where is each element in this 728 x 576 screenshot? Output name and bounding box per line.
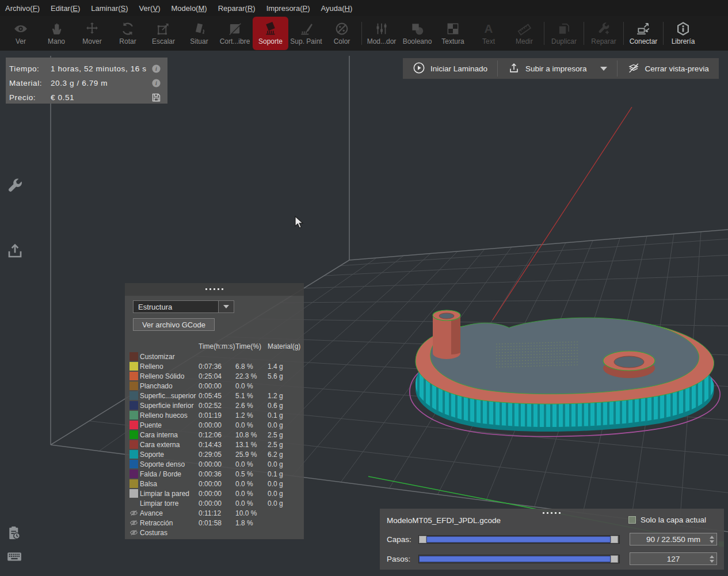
paint-icon [299,21,314,36]
capas-slider-left-handle[interactable] [419,536,426,543]
tool-escalar[interactable]: Escalar [146,16,181,51]
cell-time: 0:05:45 [199,392,235,400]
tool-label: Booleano [403,37,432,45]
table-row[interactable]: Limpiar torre0:00:000.0 %0.0 g [125,498,304,508]
menu-bar: Archivo(F)Editar(E)Laminar(S)Ver(V)Model… [0,0,728,16]
menu-item-reparar-r[interactable]: Reparar(R) [218,4,256,13]
menu-item-laminar-s[interactable]: Laminar(S) [91,4,128,13]
color-swatch [129,440,138,449]
capas-slider[interactable] [418,535,620,544]
spinner-down-icon[interactable] [708,559,715,563]
tool-color[interactable]: Color [324,16,360,51]
spinner-up-icon[interactable] [708,535,715,539]
tool-sup-paint[interactable]: Sup. Paint [288,16,324,51]
drag-handle-icon[interactable] [205,288,207,290]
tool-mano[interactable]: Mano [39,16,74,51]
pasos-slider-handle[interactable] [611,555,618,563]
print-queue-icon[interactable] [6,525,24,543]
tool-soporte[interactable]: Soporte [253,17,288,50]
tiempo-label: Tiempo: [9,64,51,73]
table-row[interactable]: Relleno Sólido0:25:0422.3 %5.6 g [125,371,304,381]
table-row[interactable]: Superfic...superior0:05:455.1 %1.2 g [125,391,304,400]
table-row[interactable]: Soporte denso0:00:000.0 %0.0 g [125,459,304,469]
table-row[interactable]: Avance0:11:1210.0 % [125,508,304,518]
table-row[interactable]: Limpiar la pared0:00:000.0 %0.0 g [125,489,304,498]
start-slicing-button[interactable]: Iniciar Laminado [403,58,497,79]
close-preview-button[interactable]: Cerrar vista-previa [618,58,719,79]
tool-text[interactable]: AText [471,16,506,51]
save-icon[interactable] [151,93,161,102]
row-label: Planchado [140,382,199,390]
tool-label: Mover [82,37,101,45]
capas-spinner[interactable]: 90 / 22.550 mm [630,533,717,546]
table-row[interactable]: Planchado0:00:000.0 % [125,381,304,391]
table-row[interactable]: Retracción0:01:581.8 % [125,518,304,528]
tool-reparar[interactable]: Reparar [586,16,622,51]
eye-off-icon[interactable] [129,528,138,537]
material-label: Material: [9,79,51,87]
upload-icon[interactable] [6,242,24,260]
keyboard-icon[interactable] [6,548,24,566]
pasos-slider-fill [419,556,611,562]
table-row[interactable]: Soporte0:29:0525.9 %6.2 g [125,449,304,459]
info-icon[interactable]: i [151,78,161,88]
capas-slider-right-handle[interactable] [611,536,618,543]
table-row[interactable]: Balsa0:00:000.0 %0.0 g [125,479,304,489]
cell-time: 0:14:43 [199,441,235,449]
tool-rotar[interactable]: Rotar [110,16,146,51]
tool-label: Cort...ibre [220,37,250,45]
tool-librer-a[interactable]: Librería [665,16,701,51]
menu-item-ayuda-h[interactable]: Ayuda(H) [321,4,353,13]
tool-duplicar[interactable]: Duplicar [546,16,582,51]
structure-dropdown[interactable]: Estructura [133,300,234,313]
eye-off-icon[interactable] [129,509,138,517]
cut-icon [227,21,242,36]
table-row[interactable]: Costuras [125,528,304,537]
table-row[interactable]: Relleno0:07:366.8 %1.4 g [125,361,304,371]
spinner-up-icon[interactable] [708,554,715,559]
cell-pct: 1.8 % [235,519,268,527]
menu-item-editar-e[interactable]: Editar(E) [51,4,80,13]
table-row[interactable]: Falda / Borde0:00:360.5 %0.1 g [125,469,304,479]
pasos-slider[interactable] [418,555,620,563]
tool-situar[interactable]: Situar [181,16,217,51]
pasos-spinner[interactable]: 127 [630,552,717,565]
tool-ver[interactable]: Ver [3,16,39,51]
chevron-down-icon[interactable] [600,67,607,71]
dropdown-arrow-button[interactable] [218,301,234,312]
tool-mover[interactable]: Mover [74,16,110,51]
eye-off-icon[interactable] [129,518,138,527]
only-current-layer-group[interactable]: Solo la capa actual [628,516,706,524]
menu-item-archivo-f[interactable]: Archivo(F) [5,4,40,13]
menu-item-modelo-m[interactable]: Modelo(M) [171,4,207,13]
panel-header[interactable] [125,283,304,296]
tool-mod-dor[interactable]: Mod...dor [364,16,399,51]
upload-to-printer-button[interactable]: Subir a impresora [498,58,617,79]
scale-icon [156,21,171,36]
tool-medir[interactable]: Medir [506,16,542,51]
tool-label: Medir [516,37,533,45]
cell-pct: 0.0 % [235,421,268,429]
table-row[interactable]: Cara externa0:14:4313.1 %2.5 g [125,440,304,449]
table-row[interactable]: Puente0:00:000.0 %0.0 g [125,420,304,430]
table-row[interactable]: Superficie inferior0:02:522.6 %0.6 g [125,400,304,410]
table-row[interactable]: Relleno huecos0:01:191.2 %0.1 g [125,410,304,420]
tool-cort-ibre[interactable]: Cort...ibre [217,16,253,51]
view-gcode-button[interactable]: Ver archivo GCode [133,318,215,331]
capas-row: Capas: 90 / 22.550 mm [387,533,717,546]
info-icon[interactable]: i [151,64,161,74]
color-swatch [129,460,138,468]
tool-textura[interactable]: Textura [435,16,471,51]
only-current-layer-checkbox[interactable] [628,516,636,524]
drag-handle-icon[interactable] [543,512,544,514]
spinner-down-icon[interactable] [708,539,715,544]
color-swatch [129,421,138,429]
wrench-icon[interactable] [6,177,24,196]
cell-pct: 10.8 % [235,431,268,439]
table-row[interactable]: Cara interna0:12:0610.8 %2.5 g [125,430,304,440]
tool-conectar[interactable]: Conectar [626,16,661,51]
menu-item-ver-v[interactable]: Ver(V) [139,4,161,13]
tool-booleano[interactable]: Booleano [399,16,435,51]
menu-item-impresora-p[interactable]: Impresora(P) [266,4,310,13]
table-row[interactable]: Customizar [125,352,304,361]
